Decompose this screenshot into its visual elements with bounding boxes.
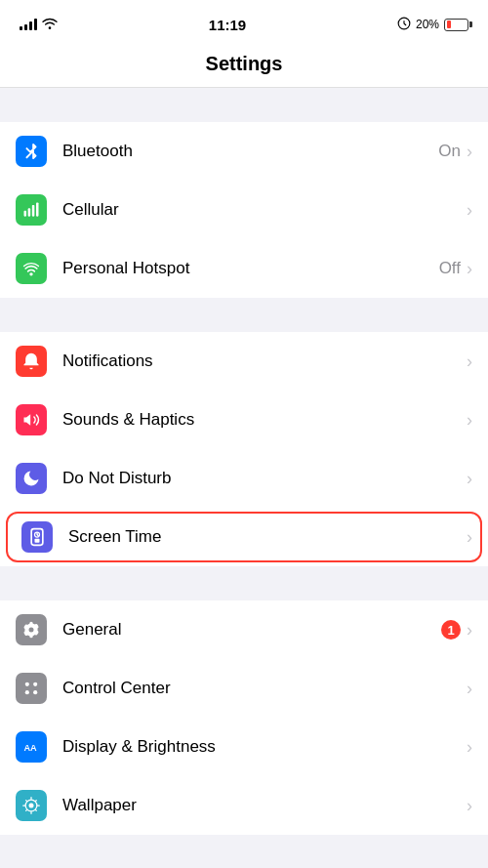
hotspot-value: Off — [439, 259, 461, 278]
wallpaper-chevron: › — [467, 796, 472, 816]
status-right: 20% — [397, 17, 468, 33]
cellular-label: Cellular — [62, 200, 467, 220]
sounds-row[interactable]: Sounds & Haptics › — [0, 391, 488, 449]
cellular-chevron: › — [467, 200, 472, 221]
section-gap-top — [0, 88, 488, 122]
cellular-icon — [16, 194, 47, 226]
svg-point-10 — [33, 682, 37, 686]
general-icon — [16, 614, 47, 645]
screentime-container: Screen Time › — [0, 508, 488, 566]
sounds-label: Sounds & Haptics — [62, 410, 467, 430]
hotspot-label: Personal Hotspot — [62, 259, 439, 278]
hotspot-row[interactable]: Personal Hotspot Off › — [0, 239, 488, 298]
section-gap-3 — [0, 566, 488, 600]
status-left — [20, 18, 58, 32]
wifi-icon — [42, 18, 58, 32]
svg-point-16 — [29, 804, 34, 808]
screen-lock-icon — [397, 17, 411, 33]
connectivity-group: Bluetooth On › Cellular › Personal Hotsp… — [0, 122, 488, 298]
wallpaper-row[interactable]: Wallpaper › — [0, 776, 488, 835]
cellular-row[interactable]: Cellular › — [0, 181, 488, 239]
nav-title: Settings — [0, 43, 488, 88]
general-chevron: › — [467, 620, 472, 641]
sounds-chevron: › — [467, 410, 472, 431]
bluetooth-row[interactable]: Bluetooth On › — [0, 122, 488, 181]
notifications-chevron: › — [467, 351, 472, 372]
bluetooth-icon — [16, 136, 47, 167]
sounds-icon — [16, 404, 47, 435]
system-group: General 1 › Control Center › AA Display … — [0, 600, 488, 835]
donotdisturb-row[interactable]: Do Not Disturb › — [0, 449, 488, 508]
general-badge: 1 — [441, 620, 461, 640]
display-chevron: › — [467, 737, 472, 758]
display-icon: AA — [16, 731, 47, 763]
battery-icon — [444, 19, 468, 31]
screentime-chevron: › — [467, 527, 472, 548]
hotspot-chevron: › — [467, 259, 472, 279]
notifications-row[interactable]: Notifications › — [0, 332, 488, 391]
svg-rect-7 — [35, 539, 40, 543]
bluetooth-chevron: › — [467, 142, 472, 162]
status-time: 11:19 — [209, 17, 246, 33]
svg-rect-2 — [28, 208, 31, 216]
donotdisturb-chevron: › — [467, 469, 472, 489]
svg-rect-1 — [24, 211, 27, 217]
general-row[interactable]: General 1 › — [0, 600, 488, 659]
svg-point-5 — [29, 272, 32, 275]
svg-text:AA: AA — [24, 743, 38, 753]
display-label: Display & Brightness — [62, 737, 467, 757]
controlcenter-chevron: › — [467, 679, 472, 699]
alerts-group: Notifications › Sounds & Haptics › Do No… — [0, 332, 488, 566]
bluetooth-value: On — [438, 142, 461, 161]
svg-point-11 — [25, 690, 29, 694]
display-row[interactable]: AA Display & Brightness › — [0, 718, 488, 776]
section-gap-2 — [0, 298, 488, 332]
notifications-label: Notifications — [62, 351, 467, 371]
bluetooth-label: Bluetooth — [62, 142, 438, 161]
notifications-icon — [16, 346, 47, 377]
wallpaper-label: Wallpaper — [62, 796, 467, 815]
battery-percent: 20% — [416, 18, 439, 31]
controlcenter-row[interactable]: Control Center › — [0, 659, 488, 718]
page-title: Settings — [0, 53, 488, 75]
donotdisturb-label: Do Not Disturb — [62, 469, 467, 488]
svg-rect-3 — [32, 205, 35, 217]
hotspot-icon — [16, 253, 47, 284]
screentime-label: Screen Time — [68, 527, 467, 547]
svg-rect-4 — [36, 203, 39, 217]
controlcenter-icon — [16, 673, 47, 704]
screentime-icon — [21, 521, 53, 553]
donotdisturb-icon — [16, 463, 47, 494]
svg-point-12 — [33, 690, 37, 694]
controlcenter-label: Control Center — [62, 679, 467, 698]
general-label: General — [62, 620, 441, 640]
signal-icon — [20, 19, 37, 30]
screentime-row[interactable]: Screen Time › — [0, 508, 488, 566]
wallpaper-icon — [16, 790, 47, 821]
status-bar: 11:19 20% — [0, 0, 488, 43]
